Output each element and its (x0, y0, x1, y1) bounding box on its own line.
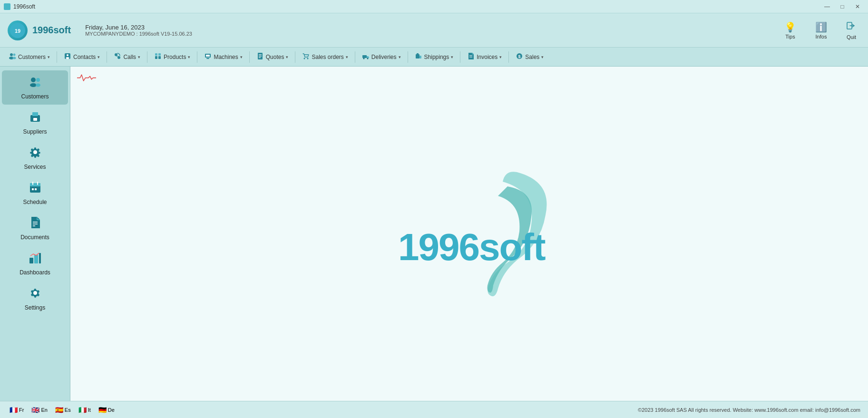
nav-contacts-label: Contacts (73, 54, 96, 60)
customers-arrow-icon: ▾ (48, 55, 50, 59)
lang-en[interactable]: 🇬🇧 En (29, 405, 49, 415)
flag-fr: 🇫🇷 (10, 406, 18, 414)
quit-button[interactable]: Quit (842, 19, 860, 42)
lang-fr-label: Fr (19, 407, 24, 413)
sidebar-item-suppliers[interactable]: Suppliers (2, 106, 68, 140)
sidebar-item-documents[interactable]: Documents (2, 211, 68, 245)
nav-calls[interactable]: Calls ▾ (109, 50, 145, 63)
nav-machines[interactable]: Machines ▾ (199, 50, 247, 63)
sidebar-customers-label: Customers (21, 93, 49, 100)
brand-logo: 1996soft (384, 167, 555, 301)
tips-button[interactable]: 💡 Tips (780, 19, 800, 41)
nav-sales-label: Sales (525, 54, 539, 60)
nav-sales-orders-label: Sales orders (312, 54, 343, 60)
nav-shippings-label: Shippings (424, 54, 449, 60)
svg-point-37 (36, 78, 40, 82)
sidebar-suppliers-label: Suppliers (23, 128, 47, 135)
infos-button[interactable]: ℹ️ Infos (811, 19, 831, 41)
sales-orders-arrow-icon: ▾ (346, 55, 348, 59)
services-sidebar-icon (29, 146, 42, 162)
sales-orders-nav-icon (302, 52, 310, 61)
appbar-actions: 💡 Tips ℹ️ Infos Quit (780, 19, 860, 42)
infos-icon: ℹ️ (815, 21, 827, 33)
sales-nav-icon: $ (516, 52, 523, 61)
sidebar-item-schedule[interactable]: Schedule (2, 176, 68, 210)
svg-rect-26 (362, 55, 367, 58)
nav-deliveries-label: Deliveries (371, 54, 397, 60)
appbar: 19 1996soft Friday, June 16, 2023 MYCOMP… (0, 13, 868, 48)
svg-point-35 (31, 78, 36, 82)
sidebar-item-customers[interactable]: Customers (2, 70, 68, 105)
nav-divider-8 (408, 51, 408, 63)
nav-divider-5 (249, 51, 250, 63)
invoices-arrow-icon: ▾ (499, 55, 502, 59)
tips-icon: 💡 (784, 21, 796, 33)
sidebar-item-settings[interactable]: Settings (2, 282, 68, 316)
close-button[interactable]: ✕ (851, 2, 864, 11)
nav-products[interactable]: Products ▾ (149, 50, 195, 63)
flag-it: 🇮🇹 (78, 406, 87, 414)
nav-shippings[interactable]: Shippings ▾ (410, 50, 458, 63)
flag-es: 🇪🇸 (55, 406, 63, 414)
nav-quotes[interactable]: Quotes ▾ (252, 50, 293, 63)
lang-fr[interactable]: 🇫🇷 Fr (8, 405, 26, 415)
brand-svg: 1996soft (384, 167, 555, 301)
maximize-button[interactable]: □ (836, 2, 849, 11)
svg-rect-16 (158, 53, 161, 56)
svg-point-28 (367, 58, 368, 59)
minimize-button[interactable]: — (820, 2, 834, 11)
nav-machines-label: Machines (214, 54, 238, 60)
nav-invoices[interactable]: Invoices ▾ (462, 50, 507, 63)
nav-divider-6 (295, 51, 295, 63)
svg-rect-19 (206, 55, 210, 57)
svg-point-6 (13, 54, 16, 56)
nav-contacts[interactable]: Contacts ▾ (59, 50, 105, 63)
svg-text:$: $ (518, 54, 521, 59)
svg-rect-30 (419, 56, 421, 58)
pulse-icon (77, 73, 96, 83)
svg-point-11 (115, 53, 117, 56)
invoices-nav-icon (467, 52, 475, 61)
nav-products-label: Products (164, 54, 186, 60)
lang-es[interactable]: 🇪🇸 Es (53, 405, 73, 415)
titlebar-title: 1996soft (13, 3, 35, 10)
deliveries-arrow-icon: ▾ (399, 55, 401, 59)
svg-rect-40 (32, 112, 38, 116)
sidebar-settings-label: Settings (25, 304, 45, 311)
svg-point-10 (66, 57, 69, 59)
shippings-arrow-icon: ▾ (451, 55, 453, 59)
nav-divider-3 (147, 51, 147, 63)
nav-divider-7 (355, 51, 355, 63)
sidebar-services-label: Services (24, 164, 46, 170)
lang-de[interactable]: 🇩🇪 De (97, 405, 117, 415)
schedule-sidebar-icon (29, 181, 42, 197)
quit-label: Quit (847, 34, 856, 40)
footer: 🇫🇷 Fr 🇬🇧 En 🇪🇸 Es 🇮🇹 It 🇩🇪 De ©2023 1996… (0, 401, 868, 418)
svg-rect-52 (29, 258, 33, 263)
nav-customers[interactable]: Customers ▾ (4, 50, 55, 63)
lang-en-label: En (41, 407, 47, 413)
svg-rect-13 (155, 56, 157, 59)
sidebar-item-dashboards[interactable]: Dashboards (2, 246, 68, 281)
nav-divider-1 (57, 51, 57, 63)
sidebar-schedule-label: Schedule (23, 199, 47, 205)
titlebar-left: 1996soft (4, 3, 35, 10)
footer-copyright: ©2023 1996soft SAS All rights reserved. … (638, 407, 860, 413)
nav-quotes-label: Quotes (266, 54, 284, 60)
content-area: 1996soft (70, 67, 868, 401)
nav-sales[interactable]: $ Sales ▾ (511, 50, 548, 63)
contacts-arrow-icon: ▾ (98, 55, 100, 59)
nav-sales-orders[interactable]: Sales orders ▾ (297, 50, 352, 63)
lang-it[interactable]: 🇮🇹 It (77, 405, 93, 415)
sidebar-documents-label: Documents (20, 234, 49, 241)
svg-point-42 (33, 150, 37, 154)
calls-arrow-icon: ▾ (138, 55, 140, 59)
svg-rect-44 (30, 183, 40, 186)
sidebar-item-services[interactable]: Services (2, 141, 68, 175)
nav-deliveries[interactable]: Deliveries ▾ (357, 50, 406, 63)
svg-point-25 (307, 58, 309, 59)
flag-de: 🇩🇪 (98, 406, 107, 414)
tips-label: Tips (785, 34, 795, 39)
svg-rect-29 (416, 54, 419, 58)
navbar: Customers ▾ Contacts ▾ Calls ▾ Products … (0, 48, 868, 67)
